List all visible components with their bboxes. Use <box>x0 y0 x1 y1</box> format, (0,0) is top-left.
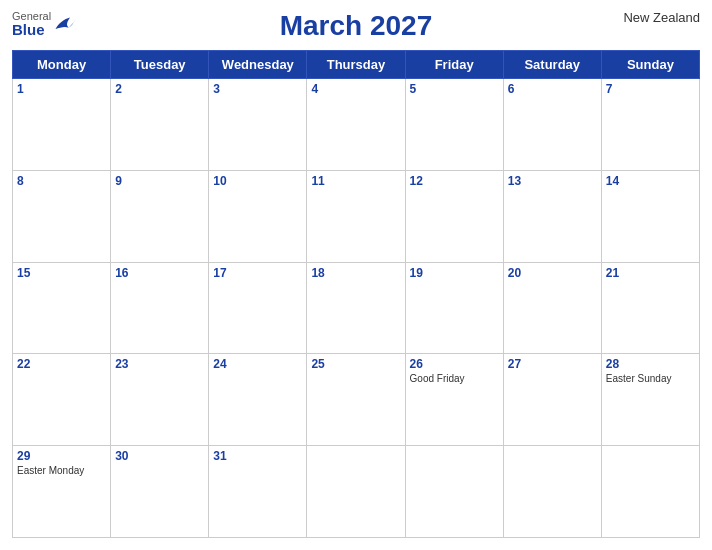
calendar-table: MondayTuesdayWednesdayThursdayFridaySatu… <box>12 50 700 538</box>
day-number: 22 <box>17 357 106 371</box>
day-number: 13 <box>508 174 597 188</box>
day-number: 28 <box>606 357 695 371</box>
calendar-day-cell: 28Easter Sunday <box>601 354 699 446</box>
day-number: 10 <box>213 174 302 188</box>
logo-area: General Blue <box>12 10 76 39</box>
day-number: 14 <box>606 174 695 188</box>
calendar-day-cell: 12 <box>405 170 503 262</box>
day-number: 19 <box>410 266 499 280</box>
day-number: 1 <box>17 82 106 96</box>
weekday-header-monday: Monday <box>13 51 111 79</box>
calendar-week-row: 2223242526Good Friday2728Easter Sunday <box>13 354 700 446</box>
day-number: 16 <box>115 266 204 280</box>
day-number: 17 <box>213 266 302 280</box>
weekday-header-wednesday: Wednesday <box>209 51 307 79</box>
holiday-label: Easter Sunday <box>606 373 695 384</box>
calendar-wrapper: General Blue March 2027 New Zealand Mond… <box>0 0 712 550</box>
logo-blue: Blue <box>12 22 51 39</box>
calendar-day-cell: 20 <box>503 262 601 354</box>
calendar-title: March 2027 <box>280 10 433 42</box>
calendar-day-cell: 24 <box>209 354 307 446</box>
day-number: 12 <box>410 174 499 188</box>
calendar-day-cell: 13 <box>503 170 601 262</box>
calendar-day-cell: 31 <box>209 446 307 538</box>
calendar-day-cell: 11 <box>307 170 405 262</box>
weekday-header-friday: Friday <box>405 51 503 79</box>
weekday-header-tuesday: Tuesday <box>111 51 209 79</box>
day-number: 18 <box>311 266 400 280</box>
calendar-day-cell: 8 <box>13 170 111 262</box>
day-number: 8 <box>17 174 106 188</box>
calendar-day-cell: 2 <box>111 79 209 171</box>
calendar-week-row: 891011121314 <box>13 170 700 262</box>
calendar-day-cell: 15 <box>13 262 111 354</box>
calendar-day-cell: 30 <box>111 446 209 538</box>
weekday-header-row: MondayTuesdayWednesdayThursdayFridaySatu… <box>13 51 700 79</box>
day-number: 4 <box>311 82 400 96</box>
day-number: 9 <box>115 174 204 188</box>
day-number: 3 <box>213 82 302 96</box>
title-area: March 2027 <box>280 10 433 42</box>
calendar-day-cell <box>307 446 405 538</box>
calendar-day-cell: 26Good Friday <box>405 354 503 446</box>
weekday-header-thursday: Thursday <box>307 51 405 79</box>
day-number: 24 <box>213 357 302 371</box>
calendar-day-cell: 14 <box>601 170 699 262</box>
calendar-day-cell: 9 <box>111 170 209 262</box>
day-number: 15 <box>17 266 106 280</box>
day-number: 25 <box>311 357 400 371</box>
holiday-label: Good Friday <box>410 373 499 384</box>
calendar-day-cell: 17 <box>209 262 307 354</box>
calendar-day-cell: 22 <box>13 354 111 446</box>
country-label: New Zealand <box>623 10 700 25</box>
day-number: 5 <box>410 82 499 96</box>
day-number: 31 <box>213 449 302 463</box>
weekday-header-sunday: Sunday <box>601 51 699 79</box>
calendar-day-cell: 29Easter Monday <box>13 446 111 538</box>
day-number: 30 <box>115 449 204 463</box>
calendar-day-cell: 4 <box>307 79 405 171</box>
calendar-week-row: 1234567 <box>13 79 700 171</box>
calendar-day-cell <box>503 446 601 538</box>
calendar-day-cell: 18 <box>307 262 405 354</box>
calendar-day-cell: 23 <box>111 354 209 446</box>
calendar-day-cell: 3 <box>209 79 307 171</box>
calendar-day-cell: 16 <box>111 262 209 354</box>
holiday-label: Easter Monday <box>17 465 106 476</box>
calendar-day-cell: 7 <box>601 79 699 171</box>
calendar-day-cell: 6 <box>503 79 601 171</box>
logo-bird-icon <box>54 16 76 32</box>
calendar-day-cell <box>405 446 503 538</box>
day-number: 6 <box>508 82 597 96</box>
day-number: 11 <box>311 174 400 188</box>
day-number: 7 <box>606 82 695 96</box>
day-number: 2 <box>115 82 204 96</box>
calendar-day-cell: 21 <box>601 262 699 354</box>
calendar-week-row: 15161718192021 <box>13 262 700 354</box>
day-number: 26 <box>410 357 499 371</box>
weekday-header-saturday: Saturday <box>503 51 601 79</box>
calendar-day-cell: 5 <box>405 79 503 171</box>
calendar-day-cell: 25 <box>307 354 405 446</box>
calendar-day-cell <box>601 446 699 538</box>
day-number: 20 <box>508 266 597 280</box>
calendar-day-cell: 19 <box>405 262 503 354</box>
day-number: 29 <box>17 449 106 463</box>
calendar-day-cell: 1 <box>13 79 111 171</box>
calendar-week-row: 29Easter Monday3031 <box>13 446 700 538</box>
calendar-header: General Blue March 2027 New Zealand <box>12 10 700 42</box>
calendar-day-cell: 10 <box>209 170 307 262</box>
day-number: 27 <box>508 357 597 371</box>
calendar-day-cell: 27 <box>503 354 601 446</box>
day-number: 21 <box>606 266 695 280</box>
day-number: 23 <box>115 357 204 371</box>
